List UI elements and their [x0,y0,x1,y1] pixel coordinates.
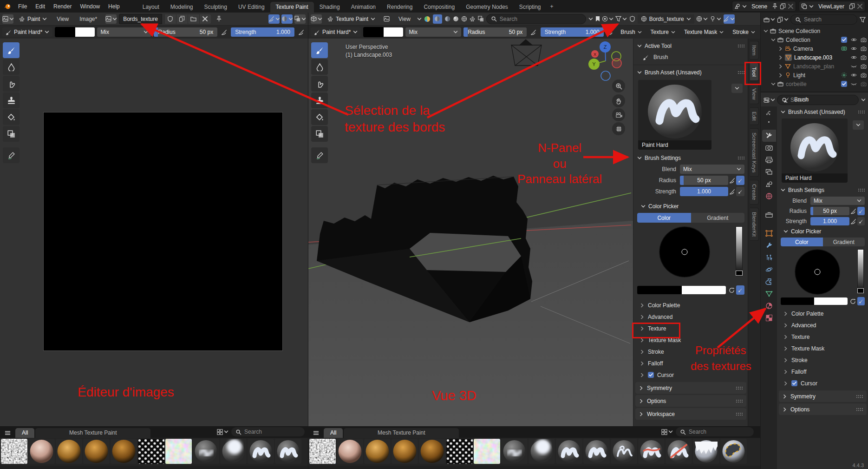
outliner-display-mode[interactable] [764,15,775,24]
image-menu[interactable]: Image* [75,13,101,25]
brush-thumbnail-m2[interactable] [583,439,610,464]
n-panel-panel-options[interactable]: Options [635,395,746,407]
strength-pressure-button[interactable] [606,27,615,37]
pressure-icon[interactable] [850,218,856,225]
properties-panel-symmetry[interactable]: Symmetry [779,390,867,402]
n-panel-tab-create[interactable]: Create [750,180,759,205]
brush-thumbnail-gold2[interactable] [83,439,110,464]
editor-type-dropdown[interactable] [2,14,13,24]
drag-dots-icon[interactable] [737,44,744,48]
tool-mask[interactable] [3,126,20,142]
workspace-tab-layout[interactable]: Layout [137,2,165,13]
filter-icon[interactable] [860,17,866,23]
properties-section-texture[interactable]: Texture [777,331,868,343]
header-menu-stroke[interactable]: Stroke [729,27,758,37]
value-slider[interactable] [857,249,864,294]
shelf-search-input[interactable]: Search [231,427,305,437]
brush-selector[interactable]: Paint Hard* [2,27,52,37]
properties-tab-data[interactable] [762,288,776,300]
outliner-sync-dropdown[interactable] [777,15,788,24]
shield-check-icon[interactable] [629,16,635,22]
texture-slot-icon[interactable] [381,14,392,24]
brush-thumbnail-soft1[interactable] [501,439,528,464]
secondary-color-swatch[interactable] [75,27,95,37]
brush-thumbnail-skin[interactable] [337,439,363,464]
tool-fill[interactable] [3,109,20,125]
swap-colors-icon[interactable] [850,298,856,304]
color-swatch-primary[interactable] [637,286,682,294]
primary-color-swatch[interactable] [55,27,75,37]
shelf-display-mode[interactable] [217,427,228,436]
orthographic-button[interactable] [612,122,625,135]
brush-thumbnail-lasso[interactable] [720,439,747,464]
outliner-row-landscape-plan[interactable]: Landscape_plan [761,62,868,71]
zoom-button[interactable] [612,79,625,92]
brush-thumbnail-mthin[interactable] [611,439,637,464]
strength-pressure-button[interactable] [297,27,306,37]
brush-thumbnail-pastel[interactable] [165,439,192,464]
properties-editor-type[interactable] [764,95,775,105]
workspace-tab-sculpting[interactable]: Sculpting [199,2,233,13]
properties-section-falloff[interactable]: Falloff [777,366,868,377]
properties-tab-scene[interactable] [762,178,776,190]
tool-soften[interactable] [311,59,328,75]
lighting-dropdown[interactable] [710,14,721,24]
properties-tab-world[interactable] [762,190,776,202]
mask-dropdown[interactable] [294,14,306,24]
radius-slider[interactable]: 50 px [680,176,728,185]
shelf-tab-mesh-texture-paint[interactable]: Mesh Texture Paint [35,428,150,438]
outliner-search-input[interactable]: Search [790,14,857,25]
properties-tab-collection[interactable] [762,209,776,221]
n-panel-tab-blenderkit[interactable]: BlenderKit [750,208,759,241]
shading-solid-icon[interactable] [444,16,450,22]
brush-thumbnail-soft2[interactable] [220,439,247,464]
drag-dots-icon[interactable] [737,71,744,74]
filter-dropdown[interactable] [616,14,627,24]
unified-strength-toggle[interactable] [857,217,865,225]
n-panel-section-texture[interactable]: Texture [633,323,748,334]
eye-open-icon[interactable] [851,46,857,52]
color-swatch-secondary[interactable] [682,286,726,294]
add-workspace-button[interactable]: + [547,1,557,12]
outliner-row-collection[interactable]: Collection [761,35,868,44]
properties-tab-physics[interactable] [762,264,776,276]
blend-dropdown[interactable]: Mix [810,197,865,205]
workspace-tab-scripting[interactable]: Scripting [514,2,547,13]
tool-draw[interactable] [311,42,328,58]
brush-thumbnail-gold2[interactable] [392,439,418,464]
value-slider[interactable] [736,226,743,276]
tool-annotate[interactable] [3,147,20,163]
n-panel-tab-tool[interactable]: Tool [750,63,759,81]
properties-tab-particles[interactable] [762,251,776,264]
editor-type-dropdown[interactable] [311,14,322,24]
menu-render[interactable]: Render [49,0,76,13]
brush-thumbnail-pastel[interactable] [474,439,500,464]
unified-color-toggle[interactable] [857,297,865,305]
drag-dots-icon[interactable] [856,395,863,398]
primary-color-swatch[interactable] [363,27,384,37]
mode-dropdown[interactable]: Paint [16,14,50,24]
n-panel-tab-screencast-keys[interactable]: Screencast Keys [750,128,759,177]
brush-thumbnail-soft2[interactable] [529,439,555,464]
camera-view-button[interactable] [612,108,625,121]
viewport-canvas[interactable]: Z Y X User Perspective (1) Landscape.003… [308,39,761,427]
shelf-tab-all[interactable]: All [15,428,34,438]
workspace-tab-texture-paint[interactable]: Texture Paint [270,2,314,13]
shelf-tab-all[interactable]: All [324,428,343,438]
brush-thumbnail-gold3[interactable] [419,439,445,464]
color-tab[interactable]: Color [637,213,691,223]
header-menu-texture[interactable]: Texture [647,27,679,37]
blend-mode-dropdown[interactable]: Mix [405,27,461,37]
drag-dots-icon[interactable] [737,156,744,160]
drag-dots-icon[interactable] [858,188,865,192]
radius-pressure-button[interactable] [529,27,538,37]
camera-render-icon[interactable] [861,54,867,60]
view-menu[interactable]: View [394,13,415,25]
workspace-tab-compositing[interactable]: Compositing [418,2,460,13]
color-tab[interactable]: Color [781,238,823,246]
properties-section-advanced[interactable]: Advanced [777,319,868,331]
brush-thumbnail-noise[interactable] [309,439,336,464]
unified-strength-toggle[interactable] [736,187,744,196]
brush-thumbnail-checker[interactable] [446,439,473,464]
shelf-menu-icon[interactable] [313,430,319,436]
